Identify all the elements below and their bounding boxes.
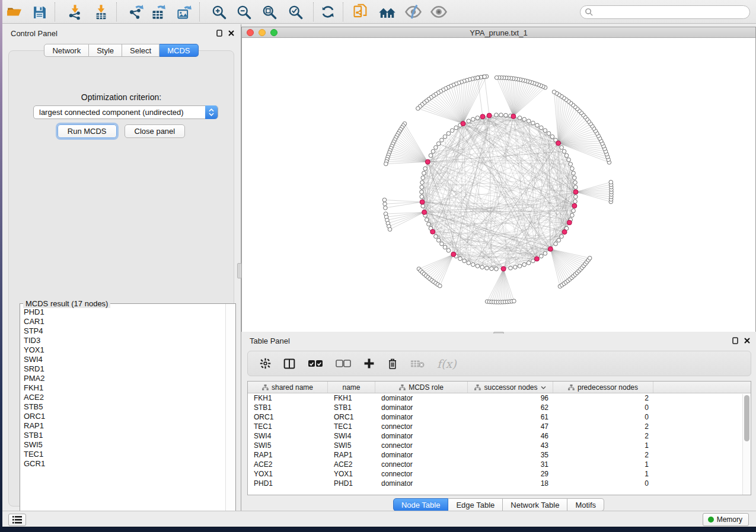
zoom-out-icon[interactable] [234,2,254,22]
duplicate-network-icon[interactable] [350,2,371,22]
criterion-dropdown[interactable]: largest connected component (undirected) [33,105,218,119]
column-header-name[interactable]: name [328,382,375,393]
show-all-icon[interactable] [429,2,449,22]
cell-name: ACE2 [328,460,375,469]
deselect-all-icon[interactable] [336,360,351,368]
toggle-columns-icon[interactable] [283,358,295,370]
mcds-result-item[interactable]: GCR1 [20,459,226,469]
control-tab-mcds[interactable]: MCDS [160,44,198,57]
table-row[interactable]: SWI4SWI4dominator462 [248,431,751,441]
table-row[interactable]: PHD1PHD1dominator180 [248,479,751,488]
close-panel-icon[interactable] [228,30,234,36]
cell-shared_name: YOX1 [248,469,328,479]
open-session-icon[interactable] [4,2,24,22]
task-history-button[interactable] [8,514,26,526]
mcds-result-item[interactable]: RAP1 [20,421,226,431]
column-header-successor-nodes[interactable]: successor nodes [468,382,553,393]
table-body: FKH1FKH1dominator962STB1STB1dominator620… [248,393,751,488]
table-row[interactable]: TEC1TEC1connector472 [248,422,751,431]
save-session-icon[interactable] [29,2,49,22]
cell-predecessor_nodes: 1 [553,460,653,469]
control-tab-network[interactable]: Network [44,44,89,57]
table-tab-node-table[interactable]: Node Table [393,498,449,511]
mcds-result-item[interactable]: ACE2 [20,393,226,402]
delete-column-icon[interactable] [387,358,398,370]
zoom-fit-icon[interactable] [259,2,279,22]
table-row[interactable]: STB1STB1dominator620 [248,403,751,412]
import-table-icon[interactable] [91,2,111,22]
cell-name: FKH1 [328,393,375,403]
run-mcds-button[interactable]: Run MCDS [58,124,117,138]
export-network-icon[interactable] [126,2,146,22]
mcds-result-item[interactable]: CAR1 [20,317,226,326]
mcds-result-item[interactable]: PHD1 [20,307,226,317]
table-settings-icon[interactable] [260,358,271,369]
zoom-selected-icon[interactable] [285,2,305,22]
table-tab-edge-table[interactable]: Edge Table [448,498,503,511]
table-row[interactable]: SWI5SWI5connector431 [248,441,751,450]
mcds-result-item[interactable]: FKH1 [20,383,226,393]
mcds-result-item[interactable]: TID3 [20,336,226,345]
close-panel-button[interactable]: Close panel [125,124,186,138]
cell-shared_name: SWI5 [248,441,328,450]
table-row[interactable]: RAP1RAP1dominator352 [248,450,751,460]
add-column-icon[interactable] [363,358,375,369]
mcds-result-item[interactable]: SRD1 [20,364,226,374]
column-header-MCDS-role[interactable]: MCDS role [375,382,468,393]
mcds-result-title: MCDS result (17 nodes) [23,299,110,308]
table-tab-motifs[interactable]: Motifs [567,498,604,511]
mcds-result-item[interactable]: STB5 [20,402,226,412]
table-row[interactable]: ACE2ACE2connector311 [248,460,751,469]
cell-successor_nodes: 47 [468,422,553,431]
table-row[interactable]: FKH1FKH1dominator962 [248,393,751,403]
mcds-result-item[interactable]: SWI4 [20,355,226,364]
export-image-icon[interactable] [174,2,194,22]
toolbar-separator [55,2,55,21]
zoom-in-icon[interactable] [209,2,229,22]
mcds-result-item[interactable]: STP4 [20,326,226,336]
mcds-result-item[interactable]: STB1 [20,431,226,440]
control-tab-select[interactable]: Select [122,44,160,57]
node-table: shared namenameMCDS rolesuccessor nodesp… [247,381,751,495]
mcds-result-item[interactable]: ORC1 [20,412,226,421]
table-scrollbar-thumb[interactable] [744,395,749,441]
table-tab-network-table[interactable]: Network Table [503,498,567,511]
table-row[interactable]: YOX1YOX1connector291 [248,469,751,479]
cell-mcds_role: connector [375,422,468,431]
refresh-layout-icon[interactable] [318,2,338,22]
cell-successor_nodes: 43 [468,441,553,450]
cell-name: TEC1 [328,422,375,431]
column-header-shared-name[interactable]: shared name [248,382,328,393]
table-scrollbar[interactable] [742,394,751,495]
memory-button[interactable]: Memory [703,513,749,526]
delete-table-icon [410,359,425,368]
cell-successor_nodes: 62 [468,403,553,412]
mcds-result-item[interactable]: SWI5 [20,440,226,450]
close-panel-icon[interactable] [744,338,750,344]
import-network-icon[interactable] [65,2,85,22]
toolbar-separator [343,2,343,21]
mcds-result-item[interactable]: YOX1 [20,345,226,355]
export-table-icon[interactable] [148,2,168,22]
mcds-list-scrollbar[interactable] [225,304,235,523]
network-titlebar[interactable]: YPA_prune.txt_1 [242,27,755,38]
float-panel-icon[interactable] [216,30,222,37]
cell-mcds_role: dominator [375,479,468,488]
mcds-result-item[interactable]: TEC1 [20,450,226,459]
table-row[interactable]: ORC1ORC1dominator610 [248,412,751,422]
mcds-result-item[interactable]: PMA2 [20,374,226,383]
float-panel-icon[interactable] [732,337,738,344]
mcds-result-list[interactable]: PHD1CAR1STP4TID3YOX1SWI4SRD1PMA2FKH1ACE2… [20,307,226,523]
network-graph[interactable] [242,39,755,332]
column-header-predecessor-nodes[interactable]: predecessor nodes [553,382,653,393]
select-all-icon[interactable] [308,360,323,368]
hide-selected-icon[interactable] [403,2,423,22]
search-input[interactable] [580,5,750,19]
control-tab-style[interactable]: Style [89,44,122,57]
first-neighbors-icon[interactable] [377,2,397,22]
cell-mcds_role: dominator [375,450,468,460]
network-canvas[interactable] [242,39,755,332]
cytoscape-window: Control Panel NetworkStyleSelectMCDS Opt… [2,0,756,527]
cell-predecessor_nodes: 2 [553,431,653,441]
mcds-result-box: MCDS result (17 nodes) PHD1CAR1STP4TID3Y… [20,303,236,524]
